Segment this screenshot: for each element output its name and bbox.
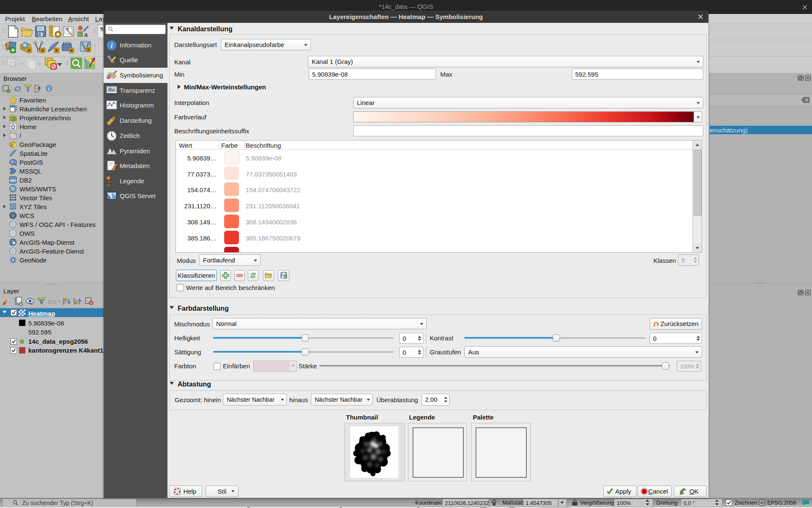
- svg-text:ε: ε: [48, 298, 51, 305]
- svg-text:DB2: DB2: [9, 179, 16, 182]
- svg-text:i: i: [111, 41, 113, 50]
- svg-text:a: a: [84, 31, 88, 38]
